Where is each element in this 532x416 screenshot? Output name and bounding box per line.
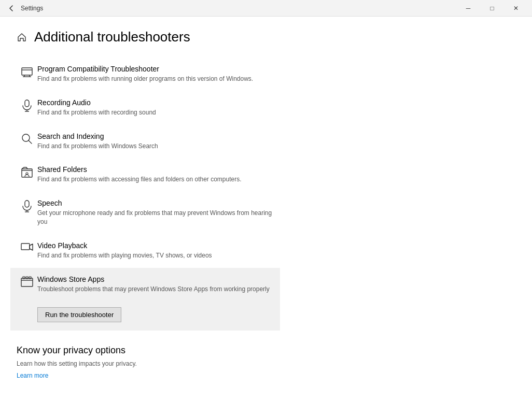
- item-desc: Get your microphone ready and fix proble…: [37, 209, 274, 226]
- run-troubleshooter-button[interactable]: Run the troubleshooter: [37, 307, 121, 322]
- item-desc: Find and fix problems with playing movie…: [37, 251, 274, 260]
- page-header: Additional troubleshooters: [17, 29, 274, 45]
- svg-line-9: [29, 140, 32, 144]
- item-title: Search and Indexing: [37, 132, 274, 140]
- svg-point-11: [26, 173, 28, 175]
- list-item[interactable]: Recording Audio Find and fix problems wi…: [17, 91, 274, 125]
- titlebar: Settings ─ □ ✕: [0, 0, 532, 17]
- search-icon: [17, 132, 37, 145]
- item-desc: Find and fix problems with recording sou…: [37, 108, 274, 117]
- window-controls: ─ □ ✕: [456, 0, 528, 17]
- list-item[interactable]: Program Compatibility Troubleshooter Fin…: [17, 58, 274, 91]
- svg-rect-19: [26, 277, 28, 279]
- list-item[interactable]: Shared Folders Find and fix problems wit…: [17, 158, 274, 192]
- item-desc: Find and fix problems with Windows Searc…: [37, 142, 274, 151]
- svg-rect-15: [21, 243, 30, 250]
- svg-rect-0: [22, 68, 32, 75]
- item-text: Program Compatibility Troubleshooter Fin…: [37, 65, 274, 83]
- list-item[interactable]: Speech Get your microphone ready and fix…: [17, 192, 274, 234]
- svg-rect-18: [23, 277, 25, 279]
- learn-more-link[interactable]: Learn more: [17, 372, 48, 379]
- item-text: Recording Audio Find and fix problems wi…: [37, 98, 274, 117]
- item-text: Shared Folders Find and fix problems wit…: [37, 165, 274, 184]
- speech-icon: [17, 199, 37, 212]
- video-playback-icon: [17, 241, 37, 253]
- recording-audio-icon: [17, 98, 37, 112]
- item-title: Windows Store Apps: [37, 275, 274, 283]
- item-title: Program Compatibility Troubleshooter: [37, 65, 274, 73]
- item-text: Search and Indexing Find and fix problem…: [37, 132, 274, 151]
- back-button[interactable]: [4, 1, 19, 16]
- item-text: Video Playback Find and fix problems wit…: [37, 241, 274, 260]
- item-desc: Find and fix problems with running older…: [37, 75, 274, 83]
- troubleshooter-list: Program Compatibility Troubleshooter Fin…: [17, 58, 274, 331]
- svg-rect-5: [25, 100, 29, 107]
- list-item[interactable]: Video Playback Find and fix problems wit…: [17, 234, 274, 268]
- item-title: Recording Audio: [37, 98, 274, 107]
- maximize-button[interactable]: □: [480, 0, 504, 17]
- main-layout: Additional troubleshooters Program Compa…: [0, 17, 532, 416]
- item-title: Video Playback: [37, 241, 274, 250]
- windows-store-icon: [17, 275, 37, 288]
- minimize-button[interactable]: ─: [456, 0, 480, 17]
- close-button[interactable]: ✕: [504, 0, 528, 17]
- home-icon[interactable]: [17, 32, 27, 42]
- run-button-area: Run the troubleshooter: [10, 301, 280, 331]
- privacy-desc: Learn how this setting impacts your priv…: [17, 360, 274, 367]
- program-icon: [17, 65, 37, 78]
- svg-rect-20: [29, 277, 31, 279]
- svg-rect-12: [25, 200, 29, 207]
- item-text: Speech Get your microphone ready and fix…: [37, 199, 274, 226]
- item-desc: Find and fix problems with accessing fil…: [37, 175, 274, 184]
- item-title: Shared Folders: [37, 165, 274, 174]
- list-item[interactable]: Search and Indexing Find and fix problem…: [17, 125, 274, 159]
- page-title: Additional troubleshooters: [34, 29, 190, 45]
- privacy-title: Know your privacy options: [17, 345, 274, 356]
- svg-rect-16: [21, 278, 33, 286]
- item-desc: Troubleshoot problems that may prevent W…: [37, 285, 274, 294]
- item-text: Windows Store Apps Troubleshoot problems…: [37, 275, 274, 294]
- content-area: Additional troubleshooters Program Compa…: [0, 17, 290, 416]
- window-title: Settings: [21, 5, 456, 12]
- shared-folders-icon: [17, 165, 37, 179]
- item-title: Speech: [37, 199, 274, 207]
- list-item-selected[interactable]: Windows Store Apps Troubleshoot problems…: [10, 268, 280, 302]
- privacy-section: Know your privacy options Learn how this…: [17, 345, 274, 380]
